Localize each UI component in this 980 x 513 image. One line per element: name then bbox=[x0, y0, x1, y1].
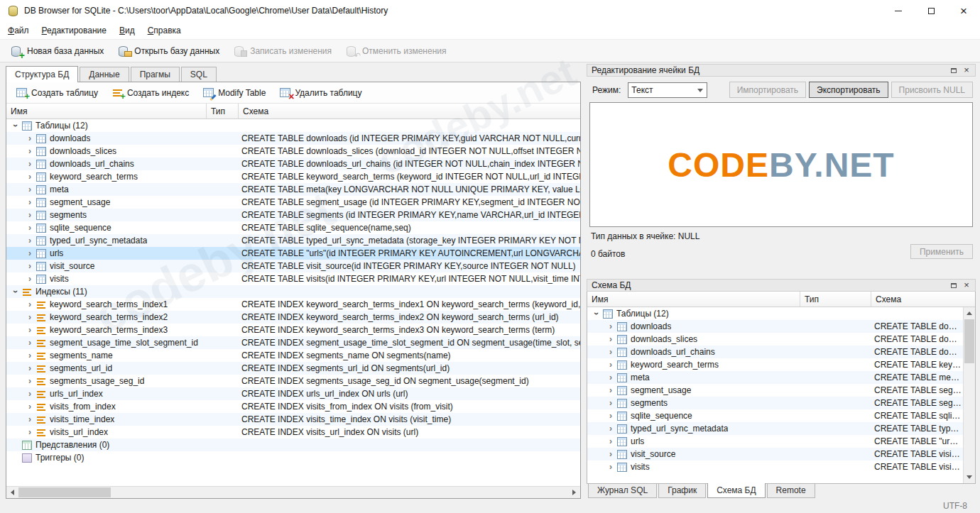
tree-row[interactable]: urls_url_index CREATE INDEX urls_url_ind… bbox=[6, 387, 580, 400]
scrollbar-thumb[interactable] bbox=[18, 487, 111, 497]
cell-editor-textarea[interactable]: CODEBY.NET bbox=[589, 102, 973, 227]
structure-toolbar-button[interactable]: Создать таблицу bbox=[11, 85, 104, 101]
minimize-button[interactable] bbox=[882, 0, 915, 21]
tab[interactable]: SQL bbox=[181, 67, 217, 82]
expand-chevron-icon[interactable] bbox=[606, 424, 616, 433]
tree-row[interactable]: downloads CREATE TABLE do… bbox=[587, 320, 963, 333]
vertical-scrollbar[interactable] bbox=[963, 307, 975, 483]
tree-row[interactable]: keyword_search_terms_index1 CREATE INDEX… bbox=[6, 298, 580, 311]
tree-row[interactable]: segment_usage CREATE TABLE seg… bbox=[587, 384, 963, 397]
expand-chevron-icon[interactable] bbox=[25, 326, 35, 334]
expand-chevron-icon[interactable] bbox=[25, 275, 35, 283]
expand-chevron-icon[interactable] bbox=[11, 287, 21, 296]
tree-row[interactable]: segments CREATE TABLE segments (id INTEG… bbox=[6, 209, 580, 221]
menu-item[interactable]: Справка bbox=[141, 23, 187, 38]
expand-chevron-icon[interactable] bbox=[606, 463, 616, 471]
tree-row[interactable]: downloads CREATE TABLE downloads (id INT… bbox=[6, 132, 580, 145]
tree-row[interactable]: segment_usage CREATE TABLE segment_usage… bbox=[6, 196, 580, 209]
toolbar-button[interactable]: Записать изменения bbox=[227, 42, 338, 60]
tree-row[interactable]: segments_name CREATE INDEX segments_name… bbox=[6, 349, 580, 362]
expand-chevron-icon[interactable] bbox=[25, 300, 35, 309]
tree-row[interactable]: downloads_slices CREATE TABLE downloads_… bbox=[6, 145, 580, 158]
structure-toolbar-button[interactable]: Удалить таблицу bbox=[274, 85, 367, 101]
tree-row[interactable]: Триггеры (0) bbox=[6, 451, 580, 464]
tree-row[interactable]: keyword_search_terms CREATE TABLE key… bbox=[587, 358, 963, 371]
tree-row[interactable]: visits_url_index CREATE INDEX visits_url… bbox=[6, 426, 580, 438]
expand-chevron-icon[interactable] bbox=[25, 402, 35, 411]
tree-row[interactable]: Представления (0) bbox=[6, 438, 580, 451]
tree-row[interactable]: typed_url_sync_metadata CREATE TABLE typ… bbox=[587, 422, 963, 435]
encoding-indicator[interactable]: UTF-8 bbox=[943, 501, 967, 511]
expand-chevron-icon[interactable] bbox=[25, 364, 35, 373]
structure-toolbar-button[interactable]: Modify Table bbox=[197, 85, 271, 101]
expand-chevron-icon[interactable] bbox=[25, 428, 35, 436]
tree-row[interactable]: visits_time_index CREATE INDEX visits_ti… bbox=[6, 413, 580, 426]
tree-row[interactable]: sqlite_sequence CREATE TABLE sqli… bbox=[587, 409, 963, 422]
dock-splitter[interactable] bbox=[587, 273, 976, 279]
expand-chevron-icon[interactable] bbox=[25, 338, 35, 347]
expand-chevron-icon[interactable] bbox=[25, 351, 35, 360]
toolbar-button[interactable]: Отменить изменения bbox=[339, 42, 452, 60]
tab[interactable]: Данные bbox=[80, 67, 129, 82]
tree-row[interactable]: visits CREATE TABLE visits(id INTEGER PR… bbox=[6, 272, 580, 285]
expand-chevron-icon[interactable] bbox=[25, 415, 35, 424]
tree-row[interactable]: meta CREATE TABLE me… bbox=[587, 371, 963, 384]
expand-chevron-icon[interactable] bbox=[25, 211, 35, 219]
scroll-up-arrow[interactable] bbox=[964, 307, 975, 319]
tree-row[interactable]: segments CREATE TABLE seg… bbox=[587, 397, 963, 409]
close-button[interactable] bbox=[947, 0, 980, 21]
menu-item[interactable]: Файл bbox=[1, 23, 36, 38]
expand-chevron-icon[interactable] bbox=[25, 377, 35, 385]
expand-chevron-icon[interactable] bbox=[25, 390, 35, 398]
column-header-type[interactable]: Тип bbox=[800, 292, 871, 307]
tab[interactable]: Прагмы bbox=[131, 67, 180, 82]
close-dock-button[interactable] bbox=[961, 280, 972, 290]
maximize-button[interactable] bbox=[915, 0, 947, 21]
tree-row[interactable]: keyword_search_terms CREATE TABLE keywor… bbox=[6, 170, 580, 183]
float-dock-button[interactable] bbox=[948, 65, 959, 75]
expand-chevron-icon[interactable] bbox=[606, 348, 616, 356]
tree-row[interactable]: urls CREATE TABLE "ur… bbox=[587, 435, 963, 448]
apply-button[interactable]: Применить bbox=[910, 244, 973, 259]
close-dock-button[interactable] bbox=[961, 65, 972, 75]
tree-row[interactable]: segments_usage_seg_id CREATE INDEX segme… bbox=[6, 375, 580, 387]
expand-chevron-icon[interactable] bbox=[25, 160, 35, 168]
expand-chevron-icon[interactable] bbox=[606, 386, 616, 395]
expand-chevron-icon[interactable] bbox=[25, 313, 35, 321]
dock-tab[interactable]: График bbox=[658, 484, 706, 498]
expand-chevron-icon[interactable] bbox=[25, 185, 35, 194]
tree-row[interactable]: downloads_url_chains CREATE TABLE do… bbox=[587, 346, 963, 358]
column-header-schema[interactable]: Схема bbox=[871, 292, 975, 307]
tab[interactable]: Структура БД bbox=[6, 66, 78, 82]
tree-row[interactable]: Таблицы (12) bbox=[587, 307, 963, 320]
tree-row[interactable]: Индексы (11) bbox=[6, 285, 580, 298]
expand-chevron-icon[interactable] bbox=[25, 236, 35, 245]
tree-row[interactable]: visits CREATE TABLE visi… bbox=[587, 460, 963, 473]
horizontal-scrollbar[interactable] bbox=[6, 486, 580, 498]
expand-chevron-icon[interactable] bbox=[11, 121, 21, 130]
set-null-button[interactable]: Присвоить NULL bbox=[891, 82, 973, 98]
expand-chevron-icon[interactable] bbox=[606, 322, 616, 331]
tree-row[interactable]: urls CREATE TABLE "urls"(id INTEGER PRIM… bbox=[6, 247, 580, 260]
expand-chevron-icon[interactable] bbox=[25, 198, 35, 206]
column-header-name[interactable]: Имя bbox=[6, 104, 207, 118]
tree-row[interactable]: visit_source CREATE TABLE visit_source(i… bbox=[6, 260, 580, 272]
tree-row[interactable]: sqlite_sequence CREATE TABLE sqlite_sequ… bbox=[6, 221, 580, 234]
expand-chevron-icon[interactable] bbox=[606, 360, 616, 369]
expand-chevron-icon[interactable] bbox=[606, 450, 616, 458]
expand-chevron-icon[interactable] bbox=[606, 373, 616, 382]
dock-tab[interactable]: Схема БД bbox=[707, 483, 765, 498]
expand-chevron-icon[interactable] bbox=[25, 262, 35, 270]
tree-row[interactable]: visits_from_index CREATE INDEX visits_fr… bbox=[6, 400, 580, 413]
column-header-name[interactable]: Имя bbox=[587, 292, 800, 307]
column-header-schema[interactable]: Схема bbox=[239, 104, 580, 118]
mode-select[interactable]: Текст bbox=[628, 82, 707, 98]
menu-item[interactable]: Редактирование bbox=[36, 23, 113, 38]
float-dock-button[interactable] bbox=[948, 280, 959, 290]
expand-chevron-icon[interactable] bbox=[25, 172, 35, 181]
structure-toolbar-button[interactable]: Создать индекс bbox=[107, 85, 195, 101]
toolbar-button[interactable]: Открыть базу данных bbox=[111, 42, 226, 60]
expand-chevron-icon[interactable] bbox=[606, 335, 616, 343]
scroll-down-arrow[interactable] bbox=[964, 471, 975, 483]
expand-chevron-icon[interactable] bbox=[606, 412, 616, 420]
